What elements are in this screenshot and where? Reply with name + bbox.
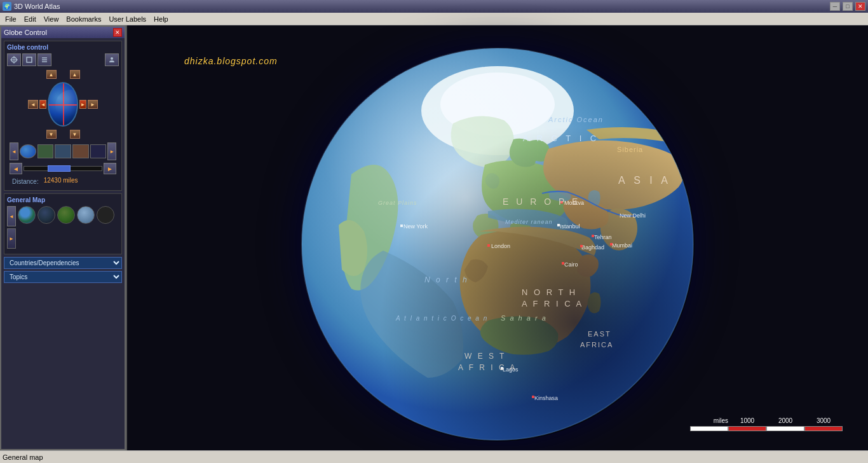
- map-preview-globe[interactable]: [18, 206, 36, 224]
- arrow-up-right[interactable]: ▲: [70, 70, 80, 79]
- menubar: File Edit View Bookmarks User Labels Hel…: [0, 13, 868, 25]
- globe-control-close[interactable]: ✕: [113, 28, 122, 37]
- zoom-in-button[interactable]: ►: [104, 163, 116, 174]
- app-title: 3D World Atlas: [14, 3, 60, 10]
- svg-rect-3: [27, 57, 32, 62]
- arrow-right2[interactable]: ►: [79, 100, 86, 109]
- zoom-slider[interactable]: [24, 166, 102, 171]
- svg-text:London: London: [491, 243, 510, 249]
- svg-text:N o r t h: N o r t h: [424, 275, 469, 284]
- map-preview-sat[interactable]: [37, 206, 55, 224]
- nav-square-icon[interactable]: [22, 53, 36, 66]
- svg-text:Baghdad: Baghdad: [581, 244, 604, 251]
- arrow-right[interactable]: ►: [88, 100, 98, 109]
- main-area: Globe Control ✕ Globe control: [0, 25, 868, 450]
- map-type-next[interactable]: ►: [107, 142, 116, 160]
- globe-control-section: Globe control: [4, 41, 122, 191]
- nav-controls-row: [7, 53, 119, 66]
- blog-text: dhizka.blogspot.com: [184, 56, 278, 66]
- svg-rect-20: [400, 225, 403, 227]
- scale-label-2000: 2000: [766, 417, 804, 424]
- zoom-section: ◄ ►: [10, 163, 116, 174]
- svg-text:W E S T: W E S T: [465, 352, 506, 361]
- scale-label-1000: 1000: [728, 417, 766, 424]
- map-preview-terrain[interactable]: [57, 206, 75, 224]
- globe-control-title: Globe Control: [4, 29, 47, 36]
- map-preview-dark[interactable]: [97, 206, 114, 224]
- svg-rect-22: [487, 244, 490, 247]
- map-preview-prev[interactable]: ◄: [7, 206, 16, 226]
- nav-list-icon[interactable]: [37, 53, 51, 66]
- layer-dropdown[interactable]: Countries/Dependencies: [4, 257, 122, 269]
- svg-text:S a h a r a: S a h a r a: [501, 314, 547, 322]
- globe-sphere: Arctic Ocean A R C T I C Siberia A S I A…: [301, 47, 695, 441]
- map-preview-flat[interactable]: [77, 206, 95, 224]
- app-icon: 🌍: [3, 2, 11, 11]
- zoom-out-button[interactable]: ◄: [10, 163, 22, 174]
- svg-rect-29: [610, 243, 613, 245]
- arrow-left2[interactable]: ◄: [39, 100, 46, 109]
- svg-text:A t l a n t i c   O c e a n: A t l a n t i c O c e a n: [395, 315, 488, 322]
- map-type-globe[interactable]: [20, 144, 36, 158]
- menu-edit[interactable]: Edit: [20, 14, 40, 24]
- map-type-flat[interactable]: [37, 144, 54, 158]
- svg-text:EAST: EAST: [588, 330, 611, 338]
- svg-text:Mumbai: Mumbai: [612, 242, 632, 249]
- svg-text:New York: New York: [403, 223, 428, 230]
- arctic-ocean-label: Arctic Ocean: [548, 116, 604, 123]
- scale-seg-1: [690, 426, 728, 431]
- menu-bookmarks[interactable]: Bookmarks: [62, 14, 105, 24]
- statusbar-text: General map: [3, 453, 43, 461]
- map-previews-row: ◄ ►: [7, 206, 119, 249]
- scale-miles-label: miles: [696, 417, 728, 424]
- globe-control-titlebar: Globe Control ✕: [1, 27, 125, 38]
- menu-file[interactable]: File: [1, 14, 20, 24]
- nav-person-icon[interactable]: [105, 53, 119, 66]
- map-area[interactable]: dhizka.blogspot.com: [127, 25, 868, 450]
- left-panel: Globe Control ✕ Globe control: [0, 25, 127, 450]
- titlebar: 🌍 3D World Atlas ─ □ ✕: [0, 0, 868, 13]
- maximize-button[interactable]: □: [843, 2, 853, 11]
- menu-user-labels[interactable]: User Labels: [105, 14, 150, 24]
- arrow-down-left[interactable]: ▼: [46, 130, 57, 139]
- minimize-button[interactable]: ─: [830, 2, 840, 11]
- svg-text:A S I A: A S I A: [618, 175, 671, 186]
- globe-container[interactable]: Arctic Ocean A R C T I C Siberia A S I A…: [301, 47, 695, 441]
- arrow-left[interactable]: ◄: [28, 100, 38, 109]
- close-button[interactable]: ✕: [855, 2, 865, 11]
- map-type-dark[interactable]: [90, 144, 107, 158]
- general-map-label: General Map: [7, 197, 119, 204]
- svg-rect-35: [562, 262, 564, 265]
- svg-text:Istanbul: Istanbul: [560, 223, 580, 230]
- svg-text:Siberia: Siberia: [617, 146, 643, 153]
- svg-rect-48: [501, 367, 503, 370]
- svg-rect-27: [592, 235, 594, 237]
- globe-control-label: Globe control: [7, 44, 119, 51]
- svg-text:Cairo: Cairo: [564, 261, 578, 268]
- topic-dropdown[interactable]: Topics: [4, 271, 122, 283]
- svg-text:Mediter ranean: Mediter ranean: [505, 219, 553, 225]
- map-preview-next[interactable]: ►: [7, 228, 16, 249]
- svg-text:Great Plains: Great Plains: [378, 200, 417, 206]
- map-type-relief[interactable]: [72, 144, 89, 158]
- globe-preview-area: ▲ ▲ ◄ ◄ ►: [7, 69, 119, 140]
- menu-view[interactable]: View: [40, 14, 63, 24]
- map-type-sat[interactable]: [55, 144, 71, 158]
- svg-text:New Delhi: New Delhi: [620, 212, 646, 219]
- nav-crosshair-icon[interactable]: [7, 53, 21, 66]
- scale-label-3000: 3000: [804, 417, 843, 424]
- globe-preview: [48, 82, 78, 127]
- statusbar: General map: [0, 450, 868, 463]
- arrow-up-left[interactable]: ▲: [46, 70, 57, 79]
- distance-row: Distance: 12430 miles: [10, 177, 116, 186]
- map-type-prev[interactable]: ◄: [10, 142, 18, 160]
- scale-seg-2: [728, 426, 766, 431]
- svg-rect-33: [580, 245, 583, 247]
- arrow-down-right[interactable]: ▼: [70, 130, 80, 139]
- scale-seg-4: [804, 426, 843, 431]
- svg-rect-50: [532, 396, 534, 398]
- svg-text:Kinshasa: Kinshasa: [534, 395, 558, 401]
- scale-seg-3: [766, 426, 804, 431]
- menu-help[interactable]: Help: [150, 14, 172, 24]
- svg-rect-31: [557, 224, 560, 226]
